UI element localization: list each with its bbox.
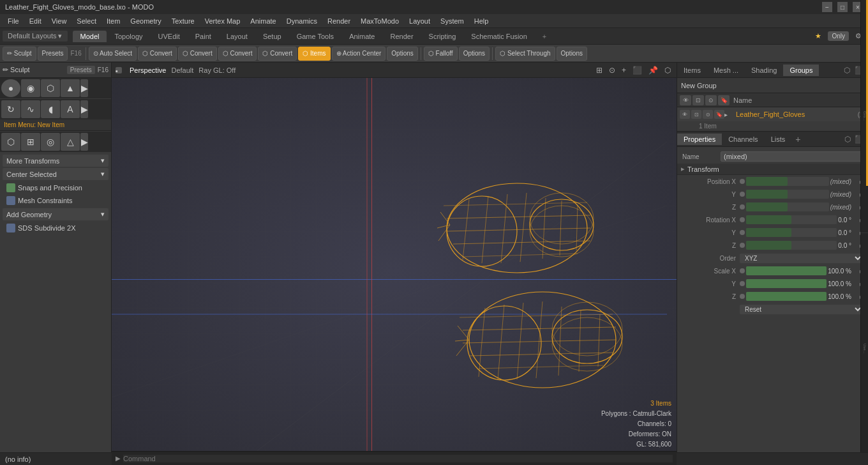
falloff-button[interactable]: ⬡ Falloff — [424, 47, 458, 61]
tool-icon-tri[interactable]: △ — [61, 133, 80, 151]
new-group-button[interactable]: New Group — [681, 82, 717, 89]
rotation-y-slider[interactable] — [746, 228, 837, 237]
convert-button-4[interactable]: ⬡ Convert — [258, 47, 297, 61]
item-expand-icon[interactable]: ▸ — [724, 111, 733, 118]
item-render-icon[interactable]: ⊙ — [703, 110, 713, 119]
convert-button-3[interactable]: ⬡ Convert — [218, 47, 257, 61]
tool-icon-ball[interactable]: ◉ — [21, 79, 40, 97]
zoom-in-icon[interactable]: + — [620, 65, 628, 75]
expand-icon[interactable]: ⬡ — [662, 65, 673, 75]
scale-x-dot[interactable] — [740, 268, 745, 273]
rotation-z-slider[interactable] — [746, 241, 837, 250]
options-button-3[interactable]: Options — [557, 47, 587, 61]
menu-vertex-map[interactable]: Vertex Map — [200, 16, 246, 26]
add-geometry-dropdown[interactable]: Add Geometry ▾ — [3, 208, 108, 220]
menu-texture[interactable]: Texture — [167, 16, 200, 26]
layout-dropdown[interactable]: Default Layouts ▾ — [3, 31, 68, 42]
menu-dynamics[interactable]: Dynamics — [281, 16, 322, 26]
position-z-slider[interactable] — [746, 202, 829, 211]
raygl-label[interactable]: Ray GL: Off — [198, 66, 236, 74]
items-button[interactable]: ⬡ Items — [298, 47, 330, 61]
tab-schematic[interactable]: Schematic Fusion — [463, 31, 534, 42]
menu-select[interactable]: Select — [71, 16, 101, 26]
tab-animate[interactable]: Animate — [341, 31, 382, 42]
menu-item[interactable]: Item — [101, 16, 125, 26]
mesh-constraints-item[interactable]: Mesh Constraints — [3, 194, 108, 207]
center-selected-dropdown[interactable]: Center Selected ▾ — [3, 168, 108, 180]
reset-select[interactable]: Reset — [740, 305, 863, 314]
rp-tab-groups[interactable]: Groups — [783, 65, 819, 76]
options-button-1[interactable]: Options — [387, 47, 417, 61]
star-icon[interactable]: ★ — [811, 31, 825, 42]
rotation-z-dot[interactable] — [740, 243, 745, 248]
menu-edit[interactable]: Edit — [24, 16, 47, 26]
rotation-y-dot[interactable] — [740, 230, 745, 235]
position-z-dot[interactable] — [740, 204, 745, 210]
menu-help[interactable]: Help — [469, 16, 494, 26]
menu-maxtomodo[interactable]: MaxToModo — [355, 16, 404, 26]
perspective-label[interactable]: Perspective — [130, 66, 166, 74]
command-input[interactable] — [123, 455, 673, 462]
presets-button[interactable]: Presets — [38, 47, 68, 61]
tool-icon-expand[interactable]: ▶ — [80, 100, 88, 118]
position-y-dot[interactable] — [740, 192, 745, 197]
sds-subdivide-item[interactable]: SDS Subdivide 2X — [3, 222, 108, 234]
tool-icon-orb[interactable]: ◎ — [41, 133, 60, 151]
rpb-tab-lists[interactable]: Lists — [765, 133, 792, 145]
item-lock-icon[interactable]: ⊡ — [691, 110, 701, 119]
tab-layout[interactable]: Layout — [219, 31, 255, 42]
tool-icon-text[interactable]: A — [61, 100, 80, 118]
menu-file[interactable]: File — [3, 16, 24, 26]
tool-icon-cone[interactable]: ▲ — [61, 79, 80, 97]
menu-view[interactable]: View — [47, 16, 72, 26]
rp-render-icon[interactable]: ⊙ — [705, 95, 717, 105]
tool-icon-arrow[interactable]: ▶ — [80, 79, 88, 97]
menu-geometry[interactable]: Geometry — [125, 16, 166, 26]
search-icon[interactable]: ⊙ — [607, 65, 617, 75]
scale-z-slider[interactable] — [746, 292, 827, 301]
order-select[interactable]: XYZ XZY YXZ YZX ZXY ZYX — [740, 254, 863, 263]
scale-y-dot[interactable] — [740, 281, 745, 286]
item-eye-icon[interactable]: 👁 — [680, 110, 690, 119]
tool-icon-cylinder[interactable]: ⬡ — [41, 79, 60, 97]
maximize-button[interactable]: □ — [837, 2, 848, 12]
rp-eye-icon[interactable]: 👁 — [680, 95, 691, 105]
default-label[interactable]: Default — [171, 66, 193, 74]
menu-system[interactable]: System — [435, 16, 469, 26]
rp-tab-items[interactable]: Items — [677, 65, 707, 76]
presets-small-button[interactable]: Presets — [67, 66, 95, 74]
convert-button-2[interactable]: ⬡ Convert — [178, 47, 217, 61]
only-button[interactable]: Only — [828, 31, 849, 41]
menu-render[interactable]: Render — [322, 16, 355, 26]
vp-menu-icon[interactable]: ▪ — [116, 67, 122, 73]
scale-y-slider[interactable] — [746, 279, 827, 288]
tool-icon-rotate[interactable]: ↻ — [1, 100, 20, 118]
tab-model[interactable]: Model — [73, 31, 107, 42]
rp-expand-button[interactable]: ⬡ — [842, 65, 851, 76]
snap-icon[interactable]: ⊞ — [594, 65, 604, 75]
tool-icon-mesh[interactable]: ⬡ — [1, 133, 20, 151]
more-transforms-dropdown[interactable]: More Transforms ▾ — [3, 155, 108, 167]
tool-icon-magnet[interactable]: ◖ — [41, 100, 60, 118]
viewport[interactable]: ▪ Perspective Default Ray GL: Off ⊞ ⊙ + … — [112, 63, 677, 465]
viewport-canvas[interactable]: X Y Z 3 Items Polygons : Catmull-Clark C… — [112, 78, 677, 465]
rpb-expand-button[interactable]: ⬡ — [843, 133, 852, 145]
position-y-slider[interactable] — [746, 190, 829, 199]
auto-select-button[interactable]: ⊙ Auto Select — [89, 47, 137, 61]
tool-icon-wave[interactable]: ∿ — [21, 100, 40, 118]
tab-add[interactable]: + — [535, 31, 554, 42]
transform-section-title[interactable]: ▸ Transform — [677, 164, 868, 175]
menu-animate[interactable]: Animate — [245, 16, 281, 26]
item-tag-icon[interactable]: 🔖 — [714, 110, 724, 119]
tab-uvedit[interactable]: UVEdit — [151, 31, 188, 42]
tab-render[interactable]: Render — [382, 31, 421, 42]
minimize-button[interactable]: − — [822, 2, 832, 12]
position-x-slider[interactable] — [746, 177, 829, 186]
prop-name-input[interactable] — [721, 151, 863, 162]
options-button-2[interactable]: Options — [459, 47, 490, 61]
pin-icon[interactable]: 📌 — [647, 65, 660, 75]
rpb-tab-properties[interactable]: Properties — [677, 133, 722, 145]
tool-icon-expand2[interactable]: ▶ — [80, 133, 88, 151]
rp-lock-icon[interactable]: ⊡ — [692, 95, 704, 105]
sculpt-button[interactable]: ✏ Sculpt — [3, 47, 36, 61]
